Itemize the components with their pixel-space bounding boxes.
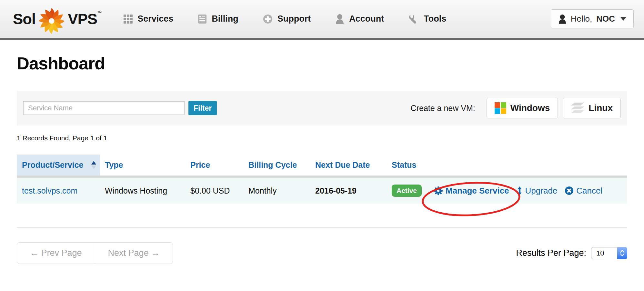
tools-wrench-icon	[408, 14, 419, 24]
up-down-arrow-icon	[517, 186, 522, 195]
windows-button-label: Windows	[510, 103, 550, 113]
services-table: Product/Service Type Price Billing Cycle…	[17, 155, 627, 204]
nav-label-tools: Tools	[424, 14, 446, 24]
cancel-link[interactable]: Cancel	[565, 186, 602, 196]
create-linux-vm-button[interactable]: Linux	[563, 98, 621, 118]
services-grid-icon	[124, 15, 133, 24]
results-per-page-select[interactable]: 10	[591, 247, 627, 259]
support-plus-circle-icon	[263, 14, 273, 24]
header-divider-bar	[0, 38, 644, 40]
nav-item-support[interactable]: Support	[263, 14, 311, 24]
next-page-button[interactable]: Next Page →	[95, 243, 173, 264]
results-per-page: Results Per Page: 10	[516, 247, 627, 259]
column-header-price[interactable]: Price	[186, 160, 244, 170]
cell-billing-cycle: Monthly	[244, 186, 310, 196]
trademark-symbol: ™	[97, 10, 102, 15]
results-per-page-label: Results Per Page:	[516, 248, 586, 258]
header-label-product-service: Product/Service	[22, 160, 83, 170]
logo-text-vps: VPS	[68, 4, 97, 35]
sun-logo-icon	[36, 5, 67, 36]
upgrade-label: Upgrade	[525, 186, 558, 196]
create-windows-vm-button[interactable]: Windows	[487, 98, 558, 118]
column-header-type[interactable]: Type	[100, 160, 186, 170]
column-header-status[interactable]: Status	[387, 160, 429, 170]
search-input[interactable]	[23, 101, 185, 115]
table-footer: ← Prev Page Next Page → Results Per Page…	[17, 242, 627, 264]
cancel-label: Cancel	[576, 186, 602, 196]
cell-next-due-date: 2016-05-19	[310, 186, 387, 196]
brand-logo[interactable]: Sol VPS ™	[13, 4, 102, 35]
main-nav: Services Billing Support	[124, 14, 471, 24]
column-header-next-due-date[interactable]: Next Due Date	[310, 160, 387, 170]
upgrade-link[interactable]: Upgrade	[517, 186, 558, 196]
logo-text-sol: Sol	[13, 4, 35, 35]
create-vm-label: Create a new VM:	[411, 104, 475, 113]
nav-label-services: Services	[137, 14, 173, 24]
nav-item-tools[interactable]: Tools	[408, 14, 446, 24]
nav-label-billing: Billing	[212, 14, 238, 24]
column-header-billing-cycle[interactable]: Billing Cycle	[244, 160, 310, 170]
prev-page-button[interactable]: ← Prev Page	[17, 243, 95, 264]
column-header-product-service[interactable]: Product/Service	[17, 155, 100, 176]
account-person-icon	[335, 14, 344, 24]
cell-status: Active	[387, 185, 429, 197]
sort-arrows-icon[interactable]	[91, 161, 96, 169]
filter-button[interactable]: Filter	[188, 101, 217, 115]
pagination-group: ← Prev Page Next Page →	[17, 242, 173, 264]
cell-price: $0.00 USD	[186, 186, 244, 196]
select-stepper-icon	[617, 247, 627, 259]
table-header-separator	[17, 176, 627, 178]
nav-label-support: Support	[277, 14, 311, 24]
billing-invoice-icon	[198, 14, 207, 24]
cell-product-service: test.solvps.com	[17, 186, 100, 196]
service-link[interactable]: test.solvps.com	[22, 186, 77, 195]
nav-item-billing[interactable]: Billing	[198, 14, 238, 24]
section-divider	[17, 227, 627, 228]
user-menu-button[interactable]: Hello, NOC	[551, 9, 634, 28]
user-greeting: Hello,	[571, 14, 592, 24]
manage-service-label: Manage Service	[446, 186, 509, 196]
top-navigation-bar: Sol VPS ™	[0, 0, 644, 38]
status-badge: Active	[392, 185, 422, 197]
nav-item-account[interactable]: Account	[335, 14, 384, 24]
cancel-x-circle-icon	[565, 186, 573, 195]
manage-service-link[interactable]: Manage Service	[434, 186, 509, 196]
records-summary: 1 Records Found, Page 1 of 1	[17, 134, 627, 142]
filter-panel: Filter Create a new VM: Windows Linux	[17, 91, 627, 125]
gear-icon	[434, 186, 443, 195]
user-name: NOC	[596, 14, 615, 24]
linux-layers-icon	[571, 103, 584, 114]
nav-item-services[interactable]: Services	[124, 14, 173, 24]
cell-type: Windows Hosting	[100, 186, 186, 196]
cell-actions: Manage Service Upgrade	[429, 186, 627, 196]
linux-button-label: Linux	[589, 103, 613, 113]
user-avatar-icon	[558, 14, 567, 24]
windows-logo-icon	[495, 102, 506, 114]
chevron-down-icon	[620, 17, 626, 21]
nav-label-account: Account	[349, 14, 384, 24]
table-header-row: Product/Service Type Price Billing Cycle…	[17, 155, 627, 176]
main-content: Dashboard Filter Create a new VM: Window…	[0, 53, 644, 264]
results-per-page-value: 10	[596, 249, 604, 257]
table-row: test.solvps.com Windows Hosting $0.00 US…	[17, 178, 627, 204]
page-title: Dashboard	[17, 53, 627, 73]
